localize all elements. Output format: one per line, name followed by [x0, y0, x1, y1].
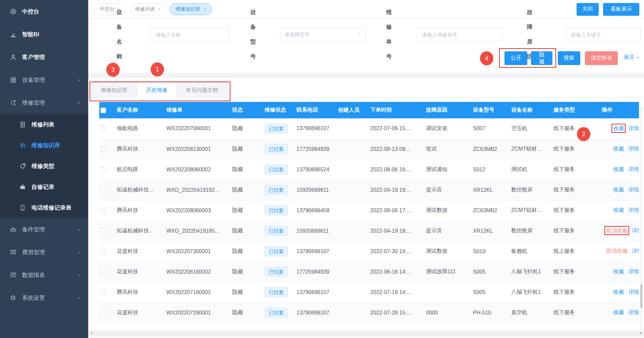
page-tag-label: 中控台	[100, 6, 115, 12]
fault-reason-input[interactable]	[566, 27, 641, 42]
sidebar-item-device-mgmt[interactable]: 设备管理	[0, 68, 88, 91]
table-row: 航启电路WX202208060002隐藏已结案137906965242022-0…	[99, 159, 639, 180]
detail-link[interactable]: 详情	[628, 207, 639, 213]
sidebar-item-self-repair-records[interactable]: 自修记录	[0, 176, 88, 197]
row-checkbox[interactable]	[101, 269, 106, 275]
sidebar-item-data-reports[interactable]: 数据报表	[0, 264, 88, 286]
row-checkbox[interactable]	[101, 208, 106, 213]
public-button[interactable]: 公开	[504, 51, 527, 65]
row-checkbox[interactable]	[101, 290, 106, 295]
sidebar-item-label: 设备管理	[22, 76, 45, 84]
favorite-link[interactable]: 收藏	[613, 269, 624, 274]
sidebar-item-system-settings[interactable]: ⚙系统设置	[0, 286, 88, 309]
sidebar-item-repair-knowledge[interactable]: 维修知识库	[0, 135, 88, 156]
row-checkbox[interactable]	[101, 310, 106, 316]
cell-fault: 测试故障111	[425, 262, 472, 282]
cell-operations: 收藏详情	[600, 180, 639, 200]
close-button[interactable]: 关闭	[577, 3, 599, 16]
close-icon[interactable]: ×	[204, 7, 206, 12]
favorite-link[interactable]: 收藏	[613, 166, 624, 172]
detail-link[interactable]: 详情	[628, 269, 639, 274]
expand-link[interactable]: 展开	[624, 54, 640, 61]
search-button[interactable]: 搜索	[558, 51, 580, 65]
cell-order: WX202206160002	[165, 262, 231, 282]
repair-order-no-input[interactable]	[417, 27, 503, 42]
favorite-link[interactable]: 收藏	[613, 125, 624, 131]
cell-customer: 腾讯科技	[115, 200, 165, 221]
sidebar-item-repair-type[interactable]: 维修类型	[0, 156, 88, 176]
page-tag-repair-knowledge[interactable]: 维修知识库×	[170, 3, 212, 15]
cell-order-time: 2022-06-16 14:...	[369, 262, 425, 282]
detail-link[interactable]: 详情	[628, 289, 639, 295]
cell-service: 线上服务	[552, 241, 600, 262]
hide-button[interactable]: 隐藏	[531, 51, 552, 65]
favorite-link[interactable]: 收藏	[613, 289, 624, 295]
cell-operations: 收藏详情	[600, 159, 639, 180]
detail-link[interactable]: 详情	[628, 146, 639, 152]
cell-order: WX202208130001	[165, 139, 231, 159]
sidebar-item-repair-list[interactable]: 维修列表	[0, 114, 88, 135]
cell-model: XR12KL	[472, 221, 510, 241]
board-display-button[interactable]: 看板展示	[603, 3, 639, 16]
detail-link[interactable]: 详情	[628, 125, 639, 131]
horizontal-scrollbar[interactable]: ◄ ►	[88, 330, 644, 335]
page-tag-repair-list[interactable]: 维修列表×	[129, 3, 167, 15]
detail-link[interactable]: 详情	[632, 248, 639, 254]
cell-service: 线下服务	[552, 282, 600, 302]
chevron-down-icon	[77, 295, 82, 300]
cancel-favorite-link[interactable]: 取消收藏	[606, 248, 628, 254]
vertical-scrollbar-thumb[interactable]	[640, 284, 642, 308]
search-gear-icon	[9, 99, 17, 106]
device-model-select[interactable]: 请选择型号	[280, 27, 366, 42]
sidebar-item-customer-mgmt[interactable]: 客户管理	[0, 46, 88, 68]
row-checkbox-cell	[99, 302, 115, 323]
tagbar: 中控台×维修列表×维修知识库× 关闭 看板展示	[88, 0, 644, 19]
sidebar-item-label: 数据报表	[22, 271, 45, 279]
row-checkbox[interactable]	[101, 228, 106, 234]
clear-all-button[interactable]: 清空所有	[585, 51, 618, 65]
sidebar-item-smart-bi[interactable]: 智能BI	[0, 23, 88, 46]
sidebar-item-phone-repair-records[interactable]: 电话维修记录表	[0, 197, 88, 218]
row-checkbox[interactable]	[101, 187, 106, 193]
scroll-left-icon[interactable]: ◄	[90, 331, 93, 335]
favorite-link[interactable]: 收藏	[613, 309, 624, 315]
favorite-link[interactable]: 收藏	[613, 207, 624, 213]
vertical-scrollbar[interactable]	[640, 106, 643, 330]
row-checkbox[interactable]	[101, 147, 106, 152]
cancel-favorite-link[interactable]: 取消收藏	[606, 228, 628, 233]
detail-link[interactable]: 详情	[628, 166, 639, 172]
row-checkbox[interactable]	[101, 167, 106, 172]
sidebar-menu: 中控台智能BI客户管理设备管理维修管理维修列表维修知识库维修类型自修记录电话维修…	[0, 0, 88, 309]
detail-link[interactable]: 详情	[628, 187, 639, 192]
sidebar-item-expense-mgmt[interactable]: 费用管理	[0, 241, 88, 264]
sidebar-item-label: 智能BI	[22, 31, 39, 38]
tab-repair-knowledge[interactable]: 维修知识库	[91, 82, 137, 98]
sidebar-item-repair-mgmt[interactable]: 维修管理	[0, 91, 88, 114]
favorite-link[interactable]: 收藏	[613, 187, 624, 192]
detail-link[interactable]: 详情	[628, 309, 639, 315]
column-header: 设备名称	[510, 102, 552, 118]
repair-table: 客户名称维修单状态维修状态联系电话创建人员下单时间故障原因设备型号设备名称服务类…	[99, 102, 639, 323]
cell-customer: 领航电路	[115, 118, 165, 139]
sidebar-item-label: 费用管理	[22, 248, 45, 256]
scroll-right-icon[interactable]: ►	[639, 331, 643, 335]
cell-repair-status: 已结案	[263, 159, 295, 180]
select-all-checkbox[interactable]	[101, 108, 106, 113]
cell-fault: 测试通知	[425, 159, 472, 180]
favorite-link[interactable]: 收藏	[613, 146, 624, 152]
close-icon[interactable]: ×	[158, 7, 161, 12]
tab-history-repair[interactable]: 历史维修	[137, 82, 177, 98]
tab-faq-docs[interactable]: 常见问题文档	[176, 82, 227, 98]
detail-link[interactable]: 详情	[632, 228, 639, 233]
cell-operations: 收藏详情	[600, 282, 639, 302]
cell-creator	[337, 180, 369, 200]
row-checkbox[interactable]	[101, 249, 106, 254]
cell-status: 隐藏	[231, 180, 263, 200]
row-checkbox[interactable]	[101, 126, 106, 131]
filter-control-repair-order-no	[417, 27, 503, 42]
device-name-input[interactable]	[151, 27, 229, 42]
row-checkbox-cell	[99, 118, 115, 139]
cell-order: WX202207300001	[165, 241, 231, 262]
sidebar-item-spare-parts-mgmt[interactable]: 备件管理	[0, 218, 88, 241]
sidebar-item-console[interactable]: 中控台	[0, 0, 88, 23]
